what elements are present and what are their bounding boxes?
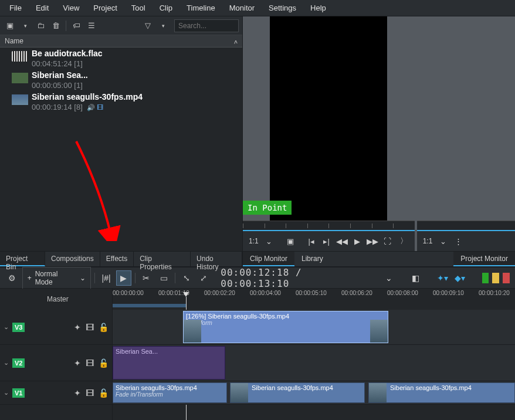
set-in-icon[interactable]: ▣: [283, 234, 297, 248]
settings-icon[interactable]: ⚙: [5, 270, 20, 286]
add-clip-icon[interactable]: ▣: [4, 19, 16, 32]
menu-timeline[interactable]: Timeline: [179, 1, 222, 15]
tag-icon[interactable]: 🏷: [70, 19, 83, 32]
menu-monitor[interactable]: Monitor: [222, 1, 262, 15]
track-id-badge[interactable]: V1: [12, 388, 25, 398]
track-id-badge[interactable]: V2: [12, 358, 25, 368]
master-label[interactable]: Master: [0, 289, 112, 310]
time-ruler[interactable]: 00:00:00:00 00:00:01:10 00:00:02:20 00:0…: [113, 289, 515, 310]
filter-dropdown-icon[interactable]: ▾: [157, 19, 170, 32]
clip-monitor-screen[interactable]: In Point: [243, 16, 415, 221]
chevron-down-icon[interactable]: ⌄: [436, 234, 450, 248]
list-icon[interactable]: ☰: [85, 19, 98, 32]
lock-icon[interactable]: 🔓: [99, 323, 109, 332]
clip[interactable]: [126%] Siberian seagulls-30fps.mp4 Trans…: [183, 311, 388, 343]
next-icon[interactable]: 〉: [397, 234, 411, 248]
menu-tool[interactable]: Tool: [124, 1, 153, 15]
zoom-slider[interactable]: [503, 273, 510, 283]
tab-undo-history[interactable]: Undo History: [191, 252, 242, 266]
play-icon[interactable]: ▶: [350, 234, 364, 248]
trash-icon[interactable]: 🗑: [49, 19, 62, 32]
menu-help[interactable]: Help: [303, 1, 333, 15]
track-lane-v1[interactable]: Siberian seagulls-30fps.mp4 Fade in/Tran…: [113, 381, 515, 405]
more-icon[interactable]: ⋮: [451, 234, 465, 248]
effects-icon[interactable]: ◆▾: [452, 270, 467, 286]
bin-column-header[interactable]: Name ʌ: [0, 35, 242, 48]
clip-title: [126%] Siberian seagulls-30fps.mp4: [186, 313, 385, 320]
marker-icon[interactable]: ◧: [408, 270, 423, 286]
track-content[interactable]: 00:00:00:00 00:00:01:10 00:00:02:20 00:0…: [113, 289, 515, 420]
magic-icon[interactable]: ✦: [74, 388, 81, 398]
menu-project[interactable]: Project: [86, 1, 124, 15]
forward-icon[interactable]: ▶▶: [365, 234, 380, 248]
bin-item[interactable]: Siberian seagulls-30fps.mp4 00:00:19:14 …: [0, 91, 242, 113]
menu-file[interactable]: File: [2, 1, 29, 15]
film-icon[interactable]: 🎞: [86, 323, 94, 332]
spacer-icon[interactable]: ▭: [156, 270, 171, 286]
timeline-zone[interactable]: [113, 304, 186, 307]
clip[interactable]: Siberian Sea...: [113, 346, 225, 380]
bin-item[interactable]: Siberian Sea... 00:00:05:00 [1]: [0, 69, 242, 91]
edit-mode-dropdown[interactable]: + Normal Mode ⌄: [22, 267, 92, 289]
chevron-down-icon[interactable]: ⌄: [4, 323, 9, 331]
chevron-down-icon[interactable]: ⌄: [262, 234, 276, 248]
film-icon[interactable]: 🎞: [86, 358, 94, 368]
track-header-v1[interactable]: ⌄ V1 ✦ 🎞 🔓: [0, 381, 112, 405]
menu-settings[interactable]: Settings: [262, 1, 303, 15]
track-header-v3[interactable]: ⌄ V3 ✦ 🎞 🔓: [0, 310, 112, 345]
track-headers: Master ⌄ V3 ✦ 🎞 🔓 ⌄ V2 ✦ 🎞 🔓 ⌄ V1: [0, 289, 113, 420]
monitor-ruler[interactable]: [243, 221, 415, 231]
zoom-slider[interactable]: [492, 273, 499, 283]
zoom-slider[interactable]: [482, 273, 489, 283]
chevron-down-icon[interactable]: ⌄: [4, 359, 9, 367]
next-keyframe-icon[interactable]: ▸|: [320, 234, 334, 248]
crop-icon[interactable]: ⛶: [381, 234, 395, 248]
insert-icon[interactable]: ⤡: [179, 270, 194, 286]
chevron-down-icon[interactable]: ⌄: [381, 270, 397, 286]
clip[interactable]: Siberian seagulls-30fps.mp4: [230, 382, 365, 403]
add-dropdown-icon[interactable]: ▾: [19, 19, 32, 32]
chevron-down-icon[interactable]: ⌄: [4, 389, 9, 397]
magic-icon[interactable]: ✦: [74, 358, 81, 368]
tab-project-monitor[interactable]: Project Monitor: [453, 252, 515, 266]
tab-clip-properties[interactable]: Clip Properties: [134, 252, 191, 266]
filter-icon[interactable]: ▽: [141, 19, 154, 32]
zoom-ratio-label[interactable]: 1:1: [421, 237, 435, 245]
ruler-label: 00:00:00:00: [113, 290, 144, 296]
track-header-v2[interactable]: ⌄ V2 ✦ 🎞 🔓: [0, 345, 112, 381]
project-monitor-screen[interactable]: [417, 16, 515, 221]
sort-asc-icon[interactable]: ʌ: [234, 38, 238, 45]
menu-clip[interactable]: Clip: [153, 1, 179, 15]
clip[interactable]: Siberian seagulls-30fps.mp4: [368, 382, 515, 403]
tab-project-bin[interactable]: Project Bin: [0, 252, 45, 266]
overwrite-icon[interactable]: ⤢: [196, 270, 212, 286]
favorite-icon[interactable]: ✦▾: [435, 270, 450, 286]
tab-compositions[interactable]: Compositions: [45, 252, 100, 266]
track-lane-v2[interactable]: Siberian Sea...: [113, 345, 515, 381]
tab-library[interactable]: Library: [294, 252, 330, 266]
bin-item[interactable]: Be audiotrack.flac 00:04:51:24 [1]: [0, 48, 242, 69]
lock-icon[interactable]: 🔓: [99, 358, 109, 368]
prev-keyframe-icon[interactable]: |◂: [304, 234, 319, 248]
tab-effects[interactable]: Effects: [100, 252, 134, 266]
track-lane-v3[interactable]: [126%] Siberian seagulls-30fps.mp4 Trans…: [113, 310, 515, 345]
select-tool-icon[interactable]: ▶: [116, 270, 131, 286]
zoom-ratio-label[interactable]: 1:1: [246, 237, 261, 245]
magic-icon[interactable]: ✦: [74, 323, 81, 332]
search-input[interactable]: [174, 19, 239, 32]
in-point-badge: In Point: [243, 201, 292, 215]
lock-icon[interactable]: 🔓: [99, 388, 109, 398]
tab-clip-monitor[interactable]: Clip Monitor: [243, 252, 294, 266]
timecode-display[interactable]: 00:00:12:18 / 00:00:13:10: [221, 267, 374, 289]
menu-edit[interactable]: Edit: [29, 1, 56, 15]
bin-list: Be audiotrack.flac 00:04:51:24 [1] Siber…: [0, 48, 242, 251]
rewind-icon[interactable]: ◀◀: [335, 234, 349, 248]
film-icon[interactable]: 🎞: [86, 388, 94, 398]
menu-view[interactable]: View: [56, 1, 86, 15]
monitor-ruler[interactable]: [417, 221, 515, 231]
clip[interactable]: Siberian seagulls-30fps.mp4 Fade in/Tran…: [113, 382, 227, 403]
track-id-badge[interactable]: V3: [12, 323, 25, 332]
razor-icon[interactable]: ✂: [139, 270, 154, 286]
folder-icon[interactable]: 🗀: [34, 19, 47, 32]
compositing-icon[interactable]: |#|: [99, 270, 114, 286]
